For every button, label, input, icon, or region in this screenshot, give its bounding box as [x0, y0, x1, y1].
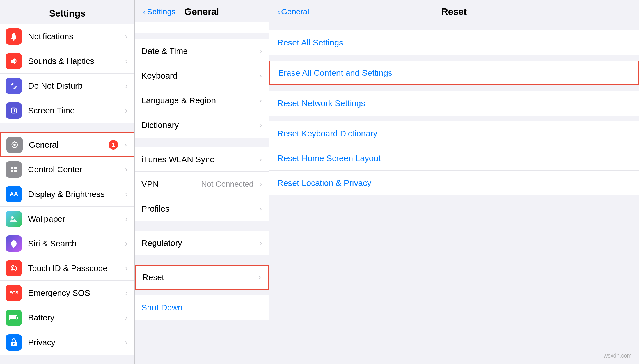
sidebar-item-sirisearch[interactable]: Siri & Search ›: [0, 231, 134, 256]
profiles-chevron: ›: [259, 204, 262, 213]
keyboard-chevron: ›: [259, 71, 262, 80]
battery-chevron: ›: [125, 313, 128, 322]
sidebar-item-emergencysos[interactable]: SOS Emergency SOS ›: [0, 281, 134, 305]
touchid-chevron: ›: [125, 264, 128, 273]
general-group-shutdown: Shut Down: [135, 295, 269, 320]
displaybrightness-icon: AA: [6, 186, 22, 202]
reset-back-label: General: [281, 7, 309, 16]
general-label: General: [29, 140, 109, 150]
general-item-profiles[interactable]: Profiles ›: [135, 196, 269, 221]
regulatory-label: Regulatory: [141, 238, 257, 248]
notifications-icon: [6, 28, 22, 45]
svg-rect-22: [17, 317, 18, 319]
shutdown-label: Shut Down: [141, 303, 262, 312]
donotdisturb-label: Do Not Disturb: [28, 81, 123, 91]
settings-group-2: General 1 › Control Center ›: [0, 132, 134, 355]
reset-column: ‹ General Reset Reset All Settings Erase…: [269, 0, 639, 364]
general-item-dictionary[interactable]: Dictionary ›: [135, 113, 269, 138]
general-group-1: Date & Time › Keyboard › Language & Regi…: [135, 39, 269, 138]
notifications-chevron: ›: [125, 32, 128, 41]
svg-point-16: [11, 240, 17, 247]
reset-back-chevron: ‹: [277, 8, 280, 16]
privacy-icon: [6, 334, 22, 351]
sidebar-item-displaybrightness[interactable]: AA Display & Brightness ›: [0, 182, 134, 207]
general-item-shutdown[interactable]: Shut Down: [135, 295, 269, 320]
general-back-button[interactable]: ‹ Settings: [143, 7, 175, 16]
sidebar-item-donotdisturb[interactable]: Do Not Disturb ›: [0, 74, 134, 98]
general-group-3: Regulatory ›: [135, 231, 269, 255]
dictionary-chevron: ›: [259, 121, 262, 130]
reset-homescreen-label: Reset Home Screen Layout: [277, 154, 631, 163]
reset-item-location[interactable]: Reset Location & Privacy: [269, 171, 639, 195]
general-item-languageregion[interactable]: Language & Region ›: [135, 88, 269, 113]
controlcenter-chevron: ›: [125, 165, 128, 174]
emergencysos-icon: SOS: [6, 285, 22, 301]
profiles-label: Profiles: [141, 204, 257, 214]
general-partial-item: [135, 22, 269, 33]
screentime-icon: [6, 102, 22, 119]
sidebar-item-general[interactable]: General 1 ›: [0, 132, 134, 157]
datetime-chevron: ›: [259, 47, 262, 56]
general-item-ituneswlan[interactable]: iTunes WLAN Sync ›: [135, 147, 269, 172]
battery-label: Battery: [28, 313, 123, 322]
general-item-regulatory[interactable]: Regulatory ›: [135, 231, 269, 255]
svg-rect-21: [10, 316, 16, 319]
svg-rect-3: [13, 110, 13, 112]
reset-group-1: Reset All Settings: [269, 30, 639, 55]
general-header: ‹ Settings General: [135, 0, 269, 22]
reset-item-homescreen[interactable]: Reset Home Screen Layout: [269, 146, 639, 171]
settings-column: Settings Notifications ›: [0, 0, 135, 364]
watermark: wsxdn.com: [604, 352, 632, 359]
svg-rect-17: [13, 246, 15, 247]
reset-network-label: Reset Network Settings: [277, 99, 631, 108]
sidebar-item-controlcenter[interactable]: Control Center ›: [0, 157, 134, 182]
displaybrightness-label: Display & Brightness: [28, 189, 123, 199]
datetime-label: Date & Time: [141, 46, 257, 56]
settings-title: Settings: [0, 8, 134, 19]
erase-all-label: Erase All Content and Settings: [278, 68, 630, 78]
reset-item-network[interactable]: Reset Network Settings: [269, 91, 639, 116]
general-back-chevron: ‹: [143, 8, 146, 16]
svg-point-19: [12, 267, 15, 270]
general-item-vpn[interactable]: VPN Not Connected ›: [135, 172, 269, 196]
sounds-chevron: ›: [125, 57, 128, 66]
donotdisturb-icon: [6, 78, 22, 94]
reset-item-erase-all[interactable]: Erase All Content and Settings: [269, 61, 639, 85]
general-back-label: Settings: [147, 7, 175, 16]
general-item-reset[interactable]: Reset ›: [135, 265, 269, 290]
vpn-label: VPN: [141, 179, 201, 189]
sidebar-item-battery[interactable]: Battery ›: [0, 305, 134, 330]
sidebar-item-sounds[interactable]: Sounds & Haptics ›: [0, 49, 134, 74]
svg-rect-2: [11, 108, 16, 113]
svg-rect-13: [11, 170, 13, 172]
sidebar-item-screentime[interactable]: Screen Time ›: [0, 98, 134, 123]
dictionary-label: Dictionary: [141, 120, 257, 130]
wallpaper-chevron: ›: [125, 214, 128, 223]
privacy-chevron: ›: [125, 338, 128, 347]
touchid-label: Touch ID & Passcode: [28, 264, 123, 273]
reset-all-settings-label: Reset All Settings: [277, 38, 631, 47]
sidebar-item-privacy[interactable]: Privacy ›: [0, 330, 134, 355]
reset-back-button[interactable]: ‹ General: [277, 7, 309, 16]
ituneswlan-chevron: ›: [259, 155, 262, 164]
svg-point-15: [11, 216, 14, 219]
general-group-4: Reset ›: [135, 265, 269, 290]
reset-item-keyboard[interactable]: Reset Keyboard Dictionary: [269, 121, 639, 146]
sidebar-item-touchid[interactable]: Touch ID & Passcode ›: [0, 256, 134, 281]
reset-title: Reset: [441, 6, 466, 17]
general-item-datetime[interactable]: Date & Time ›: [135, 39, 269, 63]
sidebar-item-wallpaper[interactable]: Wallpaper ›: [0, 207, 134, 231]
wallpaper-label: Wallpaper: [28, 214, 123, 224]
reset-item-all-settings[interactable]: Reset All Settings: [269, 30, 639, 55]
settings-header: Settings: [0, 0, 134, 24]
general-badge: 1: [109, 140, 118, 150]
languageregion-label: Language & Region: [141, 96, 257, 105]
svg-point-0: [13, 39, 15, 41]
sidebar-item-notifications[interactable]: Notifications ›: [0, 24, 134, 49]
controlcenter-label: Control Center: [28, 165, 123, 174]
reset-list: Reset All Settings Erase All Content and…: [269, 22, 639, 364]
general-chevron: ›: [124, 140, 127, 149]
general-item-keyboard[interactable]: Keyboard ›: [135, 63, 269, 88]
emergencysos-label: Emergency SOS: [28, 288, 123, 298]
general-icon: [6, 137, 23, 153]
